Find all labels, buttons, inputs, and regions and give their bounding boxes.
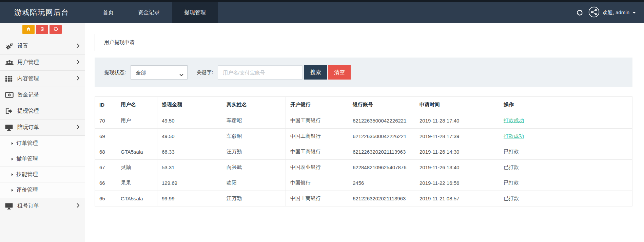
sidebar-item-label: 资金记录: [17, 91, 79, 98]
col-header-realname: 真实姓名: [222, 97, 286, 113]
user-menu[interactable]: 欢迎, admin: [588, 6, 636, 19]
money-icon: [5, 92, 17, 98]
sidebar-item-rental-orders[interactable]: 租号订单: [0, 198, 85, 214]
sidebar-item-content[interactable]: 内容管理: [0, 71, 85, 87]
status-select-wrap: 全部: [131, 65, 188, 80]
main-content: 用户提现申请 提现状态: 全部 关键字: 搜索 清空: [85, 23, 644, 242]
welcome-text: 欢迎, admin: [603, 9, 629, 16]
nav-item-home[interactable]: 首页: [91, 2, 126, 23]
sidebar-subitem-order-management[interactable]: 订单管理: [0, 136, 85, 151]
cell-realname: 车彦昭: [222, 113, 286, 129]
cell-amount: 49.50: [157, 113, 222, 129]
cell-id: 69: [95, 129, 116, 144]
sidebar-item-label: 租号订单: [17, 202, 77, 210]
cell-time: 2019-11-21 08:57: [415, 191, 499, 206]
payment-success-link[interactable]: 打款成功: [504, 117, 524, 123]
table-row: 68 GTA5sala 66.33 汪万勤 中国工商银行 62122632020…: [95, 144, 632, 160]
chevron-right-icon: [77, 43, 79, 49]
cell-id: 70: [95, 113, 116, 129]
cell-bank: 中国工商银行: [286, 144, 348, 160]
cell-bank: 中国工商银行: [286, 129, 348, 144]
cell-realname: 车彦昭: [222, 129, 286, 144]
caret-right-icon: [12, 189, 13, 192]
caret-right-icon: [12, 158, 13, 160]
sidebar-item-label: 设置: [17, 43, 77, 50]
col-header-bank: 开户银行: [286, 97, 348, 113]
status-select[interactable]: 全部: [131, 65, 188, 80]
sidebar-subitem-label: 订单管理: [16, 140, 38, 147]
caret-down-icon: [632, 12, 636, 14]
trash-icon: [40, 26, 44, 32]
chevron-right-icon: [77, 203, 79, 209]
sidebar-item-settings[interactable]: 设置: [0, 38, 85, 54]
sidebar-subitem-review-management[interactable]: 评价管理: [0, 182, 85, 198]
cell-account: 6212263500042226221: [348, 129, 415, 144]
sidebar-item-users[interactable]: 用户管理: [0, 54, 85, 71]
sidebar-subitem-skill-management[interactable]: 技能管理: [0, 167, 85, 182]
cell-amount: 53.31: [157, 160, 222, 175]
cell-username: GTA5sala: [116, 191, 157, 206]
cell-id: 66: [95, 175, 116, 191]
grid-icon: [5, 75, 17, 82]
caret-right-icon: [12, 142, 13, 145]
cell-bank: 中国农业银行: [286, 160, 348, 175]
keyword-filter-label: 关键字:: [196, 69, 213, 76]
cell-account: 6212263500042226221: [348, 113, 415, 129]
paid-status-text: 已打款: [499, 191, 632, 206]
cell-account: 2456: [348, 175, 415, 191]
navbar-menu: 首页 资金记录 提现管理: [91, 2, 218, 23]
users-icon: [5, 59, 17, 66]
table-header-row: ID 用户名 提现金额 真实姓名 开户银行 银行账号 申请时间 操作: [95, 97, 632, 113]
sidebar-item-label: 内容管理: [17, 75, 77, 82]
status-filter-label: 提现状态:: [104, 69, 126, 76]
search-button[interactable]: 搜索: [304, 65, 327, 80]
col-header-action: 操作: [499, 97, 632, 113]
sidebar-subitem-label: 评价管理: [16, 186, 38, 194]
sidebar-menu: 设置 用户管理: [0, 38, 85, 214]
col-header-amount: 提现金额: [157, 97, 222, 113]
cell-id: 68: [95, 144, 116, 160]
cell-username: 果果: [116, 175, 157, 191]
sidebar-item-companion-orders[interactable]: 陪玩订单: [0, 119, 85, 136]
sidebar-subitem-label: 技能管理: [16, 171, 38, 178]
col-header-time: 申请时间: [415, 97, 499, 113]
sidebar-subitem-cancel-management[interactable]: 撤单管理: [0, 151, 85, 167]
nav-item-withdrawal[interactable]: 提现管理: [172, 2, 218, 23]
home-button[interactable]: [22, 25, 35, 34]
cell-username: 灵鼬: [116, 160, 157, 175]
refresh-icon[interactable]: [576, 9, 583, 16]
navbar-right: 欢迎, admin: [576, 2, 644, 23]
gears-icon: [5, 43, 17, 50]
cell-account: 6228482109625407876: [348, 160, 415, 175]
recycle-icon: [53, 26, 58, 32]
cell-id: 67: [95, 160, 116, 175]
cell-amount: 66.33: [157, 144, 222, 160]
payment-success-link[interactable]: 打款成功: [504, 133, 524, 139]
trash-button[interactable]: [36, 25, 48, 34]
recycle-button[interactable]: [50, 25, 62, 34]
clear-button[interactable]: 清空: [328, 65, 351, 80]
filter-panel: 提现状态: 全部 关键字: 搜索 清空: [95, 58, 632, 87]
sidebar-item-withdrawal[interactable]: 提现管理: [0, 103, 85, 119]
nav-item-funds[interactable]: 资金记录: [126, 2, 172, 23]
col-header-id: ID: [95, 97, 116, 113]
export-icon: [5, 108, 17, 114]
chevron-right-icon: [77, 125, 79, 131]
table-row: 66 果果 129.69 欧阳 中国银行 2456 2019-11-22 16:…: [95, 175, 632, 191]
cell-time: 2019-11-28 17:40: [415, 113, 499, 129]
cell-id: 65: [95, 191, 116, 206]
avatar: [588, 6, 600, 19]
sidebar-item-funds[interactable]: 资金记录: [0, 87, 85, 103]
paid-status-text: 已打款: [499, 160, 632, 175]
col-header-account: 银行账号: [348, 97, 415, 113]
top-navbar: 游戏陪玩网后台 首页 资金记录 提现管理: [0, 2, 644, 23]
cell-time: 2019-11-26 13:40: [415, 160, 499, 175]
tab-withdrawal-requests[interactable]: 用户提现申请: [95, 34, 144, 51]
keyword-input[interactable]: [218, 65, 303, 80]
cell-amount: 99.99: [157, 191, 222, 206]
caret-right-icon: [12, 173, 13, 176]
sidebar-item-label: 陪玩订单: [17, 124, 77, 131]
table-row: 65 GTA5sala 99.99 汪万勤 中国工商银行 62122632020…: [95, 191, 632, 206]
sidebar-item-label: 提现管理: [17, 108, 79, 115]
sidebar-toolbar: [0, 23, 85, 38]
